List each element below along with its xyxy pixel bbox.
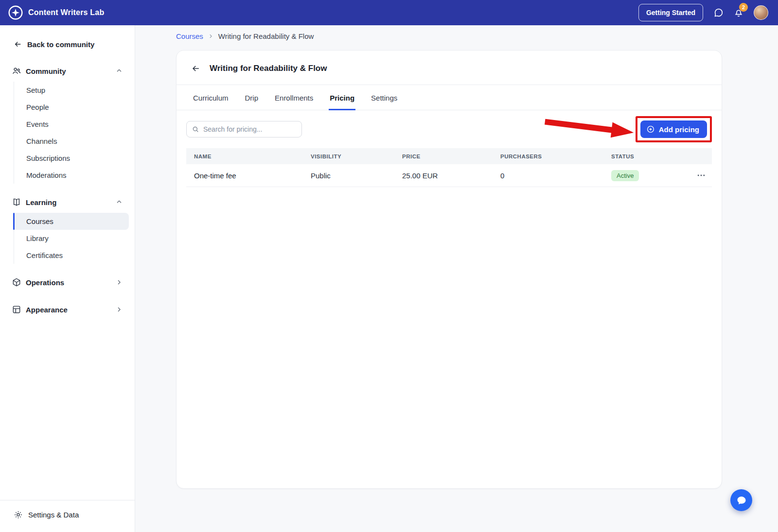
plus-circle-icon [646,125,655,134]
messages-icon[interactable] [713,7,724,18]
pricing-search-input[interactable] [186,121,302,137]
col-name: NAME [186,154,303,159]
col-visibility: VISIBILITY [303,154,394,159]
community-logo-icon [8,5,23,20]
sidebar-header-appearance[interactable]: Appearance [0,301,135,318]
tab-curriculum[interactable]: Curriculum [192,85,230,110]
pricing-purchasers: 0 [493,172,603,180]
chevron-up-icon [115,198,123,206]
support-chat-button[interactable] [730,489,752,511]
tab-pricing[interactable]: Pricing [329,85,355,110]
annotation-arrow [544,114,636,141]
sidebar-item-channels[interactable]: Channels [14,133,129,150]
col-purchasers: PURCHASERS [493,154,603,159]
notifications-bell[interactable]: 2 [733,7,744,18]
user-avatar[interactable] [754,5,768,20]
course-admin-card: Writing for Readability & Flow Curriculu… [176,50,722,489]
breadcrumb: Courses Writing for Readability & Flow [176,32,778,40]
book-icon [12,197,21,207]
row-actions-menu[interactable] [696,171,712,180]
sidebar-header-operations[interactable]: Operations [0,274,135,291]
screen: Content Writers Lab Getting Started 2 Ba… [0,0,778,532]
settings-and-data-label: Settings & Data [28,511,79,519]
back-to-community-link[interactable]: Back to community [0,36,135,52]
learning-section-label: Learning [26,198,56,206]
chevron-right-icon [115,306,123,313]
sidebar-item-people[interactable]: People [14,99,129,116]
pricing-status: Active [603,170,676,181]
sidebar-footer: Settings & Data [0,500,135,532]
annotation-highlight-box: Add pricing [636,116,712,142]
pricing-visibility: Public [303,172,394,180]
pricing-table: NAME VISIBILITY PRICE PURCHASERS STATUS … [186,148,712,187]
topbar-actions: Getting Started 2 [638,4,768,21]
table-row: One-time fee Public 25.00 EUR 0 Active [186,164,712,187]
sidebar-item-certificates[interactable]: Certificates [14,247,129,264]
tab-settings[interactable]: Settings [370,85,398,110]
brand: Content Writers Lab [8,5,104,20]
sidebar-header-learning[interactable]: Learning [0,193,135,211]
sidebar-item-courses[interactable]: Courses [14,213,129,230]
layout-icon [12,305,21,314]
table-header-row: NAME VISIBILITY PRICE PURCHASERS STATUS [186,148,712,164]
sidebar-item-setup[interactable]: Setup [14,82,129,99]
chat-bubble-icon [736,495,747,506]
card-header: Writing for Readability & Flow [177,51,722,85]
gear-icon [14,510,23,519]
sidebar-item-subscriptions[interactable]: Subscriptions [14,150,129,167]
sidebar-header-community[interactable]: Community [0,62,135,80]
main-content: Courses Writing for Readability & Flow W… [135,25,778,532]
back-arrow-icon[interactable] [191,64,201,73]
chevron-right-icon [115,278,123,286]
community-section-label: Community [26,67,66,75]
admin-sidebar: Back to community Community Setup People… [0,25,135,532]
back-to-community-label: Back to community [27,40,94,49]
people-icon [12,66,21,76]
notification-count-badge: 2 [739,3,748,12]
breadcrumb-current: Writing for Readability & Flow [218,32,314,40]
add-pricing-button[interactable]: Add pricing [640,120,707,138]
pricing-toolbar: Add pricing [177,110,722,145]
operations-section-label: Operations [26,278,64,287]
pricing-name: One-time fee [186,172,303,180]
add-pricing-label: Add pricing [659,125,699,134]
arrow-left-icon [14,40,22,49]
cube-icon [12,277,21,287]
kebab-dots-icon [696,171,706,180]
section-learning: Learning Courses Library Certificates [0,193,135,264]
settings-and-data-link[interactable]: Settings & Data [14,510,123,519]
learning-items: Courses Library Certificates [14,213,129,264]
pricing-search [186,121,302,137]
col-status: STATUS [603,154,676,159]
appearance-section-label: Appearance [26,306,68,314]
section-operations: Operations [0,274,135,291]
breadcrumb-courses-link[interactable]: Courses [176,32,203,40]
chevron-up-icon [115,67,123,75]
topbar: Content Writers Lab Getting Started 2 [0,0,778,25]
community-items: Setup People Events Channels Subscriptio… [14,82,129,184]
course-title: Writing for Readability & Flow [210,64,327,73]
sidebar-item-moderations[interactable]: Moderations [14,167,129,184]
sidebar-item-library[interactable]: Library [14,230,129,247]
section-community: Community Setup People Events Channels S… [0,62,135,184]
chevron-right-icon [208,33,214,39]
col-price: PRICE [394,154,493,159]
section-appearance: Appearance [0,301,135,318]
community-name: Content Writers Lab [28,8,104,17]
course-tabs: Curriculum Drip Enrollments Pricing Sett… [177,85,722,110]
tab-enrollments[interactable]: Enrollments [274,85,314,110]
status-badge: Active [611,170,639,181]
pricing-price: 25.00 EUR [394,172,493,180]
sidebar-item-events[interactable]: Events [14,116,129,133]
search-icon [192,125,199,133]
getting-started-button[interactable]: Getting Started [638,4,703,21]
tab-drip[interactable]: Drip [244,85,260,110]
